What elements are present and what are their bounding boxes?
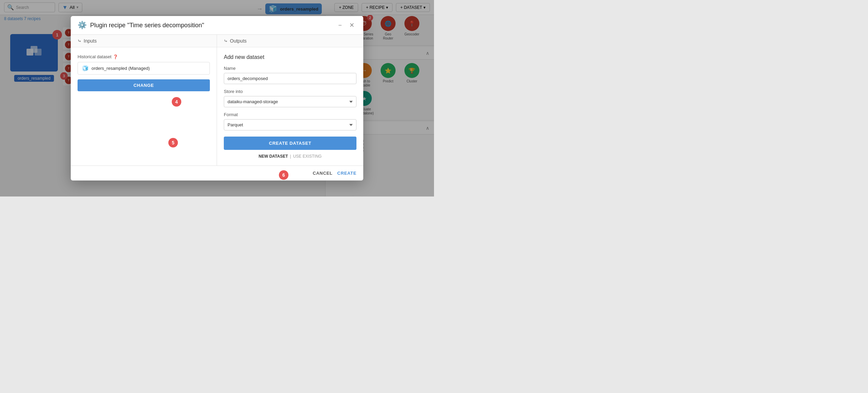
new-dataset-link[interactable]: NEW DATASET bbox=[258, 154, 288, 159]
cancel-button[interactable]: CANCEL bbox=[313, 171, 333, 176]
link-separator: | bbox=[290, 154, 291, 159]
modal-title: Plugin recipe "Time series decomposition… bbox=[90, 22, 333, 29]
change-button[interactable]: CHANGE bbox=[78, 79, 210, 91]
close-button[interactable]: ✕ bbox=[347, 21, 356, 30]
name-group: Name bbox=[224, 66, 356, 84]
dataset-input-text: orders_resampled (Managed) bbox=[91, 66, 150, 71]
modal-overlay: ⚙️ Plugin recipe "Time series decomposit… bbox=[0, 0, 434, 196]
modal-body: ⤷ Inputs Historical dataset ❓ 🧊 orders_r… bbox=[71, 35, 363, 166]
store-into-select[interactable]: dataiku-managed-storage bbox=[224, 96, 356, 107]
outputs-content: Add new dataset Name Store into dataiku-… bbox=[217, 47, 363, 166]
outputs-label: ⤷ Outputs bbox=[224, 38, 356, 44]
format-group: Format Parquet bbox=[224, 112, 356, 130]
inputs-content: Historical dataset ❓ 🧊 orders_resampled … bbox=[71, 47, 217, 166]
minimize-button[interactable]: − bbox=[336, 21, 344, 30]
outputs-arrow-icon: ⤷ bbox=[224, 38, 228, 44]
dataset-input-icon: 🧊 bbox=[82, 65, 89, 72]
inputs-arrow-icon: ⤷ bbox=[78, 38, 82, 44]
format-select[interactable]: Parquet bbox=[224, 119, 356, 130]
store-into-group: Store into dataiku-managed-storage bbox=[224, 89, 356, 107]
modal-header: ⚙️ Plugin recipe "Time series decomposit… bbox=[71, 16, 363, 35]
inputs-header: ⤷ Inputs bbox=[71, 35, 217, 47]
modal-outputs-pane: ⤷ Outputs Add new dataset Name Store int… bbox=[217, 35, 363, 166]
create-dataset-button[interactable]: CREATE DATASET bbox=[224, 137, 356, 150]
dataset-links: NEW DATASET | USE EXISTING bbox=[224, 154, 356, 159]
inputs-label: ⤷ Inputs bbox=[78, 38, 210, 44]
dataset-input-row: 🧊 orders_resampled (Managed) bbox=[78, 62, 210, 75]
modal-footer: CANCEL CREATE bbox=[71, 166, 363, 180]
add-dataset-title: Add new dataset bbox=[224, 54, 356, 60]
help-icon: ❓ bbox=[113, 54, 118, 59]
outputs-header: ⤷ Outputs bbox=[217, 35, 363, 47]
store-into-label: Store into bbox=[224, 89, 356, 94]
create-button[interactable]: CREATE bbox=[337, 171, 356, 176]
name-label: Name bbox=[224, 66, 356, 71]
modal: ⚙️ Plugin recipe "Time series decomposit… bbox=[71, 16, 363, 180]
format-label: Format bbox=[224, 112, 356, 117]
use-existing-link[interactable]: USE EXISTING bbox=[293, 154, 322, 159]
name-input[interactable] bbox=[224, 73, 356, 84]
historical-dataset-label: Historical dataset ❓ bbox=[78, 54, 210, 59]
modal-inputs-pane: ⤷ Inputs Historical dataset ❓ 🧊 orders_r… bbox=[71, 35, 217, 166]
